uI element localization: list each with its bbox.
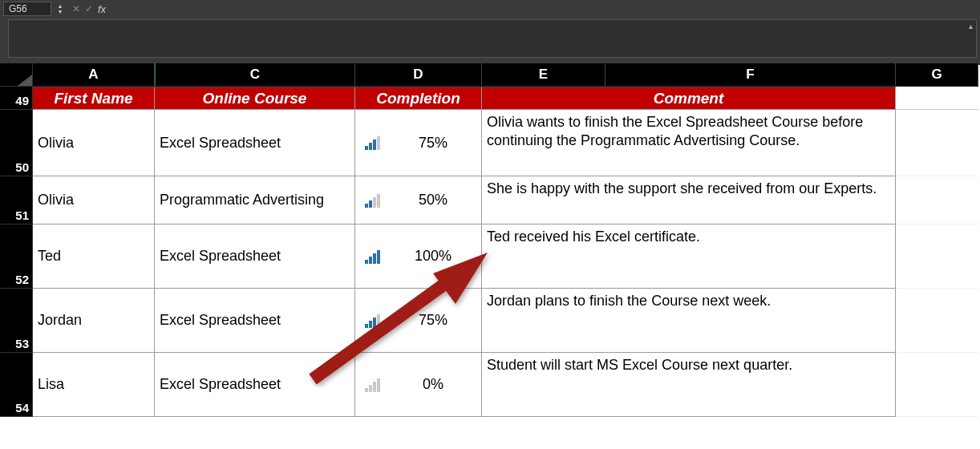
name-box-stepper[interactable]: ▲ ▼ — [55, 2, 66, 16]
cell-first-name[interactable]: Ted — [33, 224, 155, 289]
cell-course[interactable]: Excel Spreadsheet — [155, 289, 355, 353]
cell-g49[interactable] — [896, 87, 978, 110]
completion-value: 50% — [390, 192, 476, 208]
chevron-up-icon: ▲ — [58, 3, 63, 9]
cell-comment[interactable]: Student will start MS Excel Course next … — [482, 353, 896, 417]
accept-formula-icon[interactable]: ✓ — [85, 3, 93, 14]
cell-completion[interactable]: 100% — [355, 224, 482, 289]
cell-first-name[interactable]: Lisa — [33, 353, 155, 417]
cell-comment[interactable]: Jordan plans to finish the Course next w… — [482, 289, 896, 353]
row-header-52[interactable]: 52 — [0, 224, 33, 289]
cell-course[interactable]: Excel Spreadsheet — [155, 224, 355, 289]
cell-empty[interactable] — [896, 110, 978, 176]
cancel-formula-icon[interactable]: ✕ — [72, 3, 80, 14]
cell-empty[interactable] — [896, 353, 978, 417]
cell-completion[interactable]: 50% — [355, 176, 482, 224]
cell-course[interactable]: Excel Spreadsheet — [155, 110, 355, 176]
signal-bars-icon — [365, 193, 380, 208]
fx-icon[interactable]: fx — [98, 3, 106, 15]
signal-bars-icon — [365, 313, 380, 328]
select-all-cell[interactable] — [0, 63, 33, 87]
row-header-51[interactable]: 51 — [0, 176, 33, 224]
row-header-50[interactable]: 50 — [0, 110, 33, 176]
column-header-G[interactable]: G — [896, 63, 978, 87]
formula-bar-area: G56 ▲ ▼ ✕ ✓ fx ▴ — [0, 0, 980, 63]
spreadsheet-grid: A C D E F G 49 First Name Online Course … — [0, 63, 980, 417]
chevron-down-icon: ▼ — [58, 9, 63, 14]
collapse-formula-bar-icon[interactable]: ▴ — [969, 22, 973, 30]
cell-completion[interactable]: 0% — [355, 353, 482, 417]
row-header-54[interactable]: 54 — [0, 353, 33, 417]
column-header-D[interactable]: D — [355, 63, 482, 87]
row-header-49[interactable]: 49 — [0, 87, 33, 110]
name-box[interactable]: G56 — [3, 2, 51, 16]
header-comment[interactable]: Comment — [482, 87, 896, 110]
completion-value: 75% — [390, 135, 476, 152]
header-online-course[interactable]: Online Course — [155, 87, 355, 110]
cell-course[interactable]: Programmatic Advertising — [155, 176, 355, 224]
cell-first-name[interactable]: Olivia — [33, 176, 155, 224]
cell-completion[interactable]: 75% — [355, 289, 482, 353]
cell-comment[interactable]: Ted received his Excel certificate. — [482, 224, 896, 289]
column-header-F[interactable]: F — [605, 63, 896, 87]
completion-value: 0% — [390, 376, 476, 393]
signal-bars-icon — [365, 136, 380, 150]
completion-value: 75% — [390, 312, 476, 329]
completion-value: 100% — [390, 248, 476, 265]
signal-bars-icon — [365, 249, 380, 264]
cell-course[interactable]: Excel Spreadsheet — [155, 353, 355, 417]
cell-completion[interactable]: 75% — [355, 110, 482, 176]
cell-comment[interactable]: Olivia wants to finish the Excel Spreads… — [482, 110, 896, 176]
cell-first-name[interactable]: Jordan — [33, 289, 155, 353]
header-first-name[interactable]: First Name — [33, 87, 155, 110]
header-completion[interactable]: Completion — [355, 87, 482, 110]
column-header-E[interactable]: E — [482, 63, 605, 87]
cell-empty[interactable] — [896, 289, 978, 353]
formula-bar[interactable]: ▴ — [8, 19, 977, 58]
signal-bars-icon — [365, 378, 380, 392]
cell-comment[interactable]: She is happy with the support she receiv… — [482, 176, 896, 224]
cell-first-name[interactable]: Olivia — [33, 110, 155, 176]
column-header-C[interactable]: C — [155, 63, 355, 87]
column-header-A[interactable]: A — [33, 63, 155, 87]
cell-empty[interactable] — [896, 176, 978, 224]
row-header-53[interactable]: 53 — [0, 289, 33, 353]
cell-empty[interactable] — [896, 224, 978, 289]
